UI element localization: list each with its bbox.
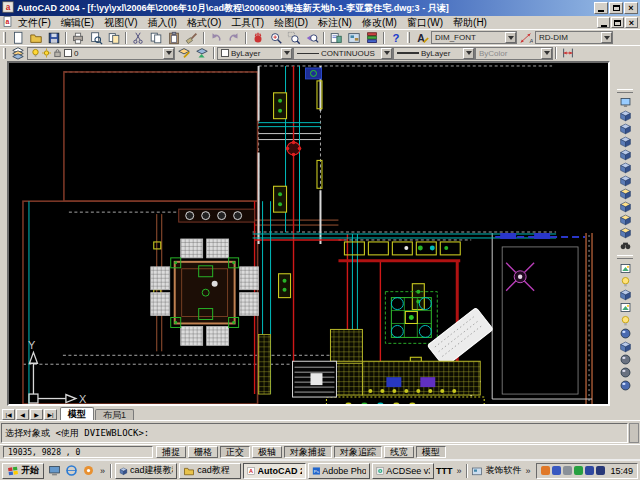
fog-button[interactable] <box>616 366 634 379</box>
bulb-icon[interactable] <box>31 48 40 58</box>
layer-properties-manager-icon[interactable] <box>9 46 27 60</box>
right-view-button[interactable] <box>616 148 634 161</box>
coordinate-readout[interactable]: 19035, 9828 , 0 <box>3 446 153 458</box>
task-button[interactable]: cad教程 <box>179 463 241 479</box>
tray-icon-4[interactable] <box>585 466 594 475</box>
tray-icon-1[interactable] <box>552 466 561 475</box>
media-player-icon[interactable] <box>80 463 96 479</box>
tab-nav-0[interactable]: |◀ <box>2 409 15 420</box>
bottom-view-button[interactable] <box>616 122 634 135</box>
combo-arrow-icon[interactable] <box>381 48 392 59</box>
named-views-button[interactable] <box>616 96 634 109</box>
toolbar-grip[interactable] <box>3 32 6 43</box>
combo-arrow-icon[interactable] <box>601 32 612 43</box>
redo-button[interactable] <box>225 31 243 45</box>
menu-item-5[interactable]: 工具(T) <box>226 16 269 30</box>
lineweight-combo[interactable]: ByLayer <box>393 47 475 60</box>
top-view-button[interactable] <box>616 109 634 122</box>
tab-nav-3[interactable]: ▶| <box>44 409 57 420</box>
tab-nav-1[interactable]: ◀ <box>16 409 29 420</box>
menu-item-0[interactable]: 文件(F) <box>13 16 56 30</box>
doc-close-button[interactable]: × <box>625 17 638 28</box>
tool-palettes-button[interactable] <box>363 31 381 45</box>
combo-arrow-icon[interactable] <box>163 48 174 59</box>
menu-item-10[interactable]: 帮助(H) <box>448 16 492 30</box>
tab-模型[interactable]: 模型 <box>60 407 94 420</box>
mapping-button[interactable] <box>616 340 634 353</box>
task-button[interactable]: cad建模教程... <box>115 463 177 479</box>
toolbar-grip[interactable] <box>407 32 410 43</box>
tab-布局1[interactable]: 布局1 <box>95 409 134 420</box>
image-button[interactable] <box>616 262 634 275</box>
make-object-layer-current-icon[interactable] <box>175 46 193 60</box>
menu-item-2[interactable]: 视图(V) <box>99 16 142 30</box>
deco-toolbar-label[interactable]: 装饰软件 <box>485 464 521 477</box>
lock-icon[interactable] <box>53 48 62 58</box>
color-combo[interactable]: ByLayer <box>217 47 293 60</box>
status-toggle-线宽[interactable]: 线宽 <box>384 446 414 458</box>
front-view-button[interactable] <box>616 161 634 174</box>
text-style-combo[interactable]: DIM_FONT <box>431 31 517 44</box>
status-toggle-极轴[interactable]: 极轴 <box>252 446 282 458</box>
status-toggle-对象捕捉[interactable]: 对象捕捉 <box>284 446 332 458</box>
back-view-button[interactable] <box>616 174 634 187</box>
toolbar-grip[interactable] <box>617 255 633 259</box>
dim-style-combo[interactable]: RD-DIM <box>535 31 613 44</box>
menu-item-8[interactable]: 修改(M) <box>357 16 402 30</box>
linetype-combo[interactable]: CONTINUOUS <box>293 47 393 60</box>
copy-button[interactable] <box>147 31 165 45</box>
print-button[interactable] <box>69 31 87 45</box>
language-indicator[interactable]: TTT <box>436 466 453 476</box>
task-button[interactable]: PsAdobe Photo... <box>308 463 370 479</box>
close-button[interactable]: × <box>624 2 638 14</box>
save-button[interactable] <box>45 31 63 45</box>
ne-isometric-view-button[interactable] <box>616 213 634 226</box>
dim-style-icon[interactable]: A <box>517 31 535 45</box>
paste-button[interactable] <box>165 31 183 45</box>
scenes-button[interactable] <box>616 301 634 314</box>
command-line[interactable]: 选择对象或 <使用 DVIEWBLOCK>: <box>1 423 628 443</box>
command-scrollbar[interactable] <box>629 423 639 443</box>
text-style-icon[interactable]: A <box>413 31 431 45</box>
left-view-button[interactable] <box>616 135 634 148</box>
statistics-button[interactable] <box>616 379 634 392</box>
publish-button[interactable] <box>105 31 123 45</box>
task-button[interactable]: ACDSee v3.1... <box>372 463 434 479</box>
internet-explorer-icon[interactable] <box>63 463 79 479</box>
restore-button[interactable] <box>609 2 623 14</box>
background-button[interactable] <box>616 353 634 366</box>
combo-arrow-icon[interactable] <box>505 32 516 43</box>
doc-minimize-button[interactable] <box>597 17 610 28</box>
zoom-realtime-button[interactable] <box>267 31 285 45</box>
show-desktop-icon[interactable] <box>46 463 62 479</box>
tray-icon-2[interactable] <box>563 466 572 475</box>
linear-dimension-icon[interactable] <box>559 46 577 60</box>
taskbar-clock[interactable]: 15:49 <box>607 466 633 476</box>
materials-button[interactable] <box>616 327 634 340</box>
toolbar-grip[interactable] <box>3 48 6 59</box>
menu-item-6[interactable]: 绘图(D) <box>269 16 313 30</box>
lights-button[interactable] <box>616 314 634 327</box>
sun-icon[interactable] <box>42 48 51 58</box>
render-button[interactable] <box>616 275 634 288</box>
drawing-canvas[interactable]: Y X <box>7 61 610 406</box>
zoom-window-button[interactable] <box>285 31 303 45</box>
language-chevron[interactable]: » <box>454 466 463 476</box>
design-center-button[interactable] <box>345 31 363 45</box>
undo-button[interactable] <box>207 31 225 45</box>
pan-realtime-button[interactable] <box>249 31 267 45</box>
help-button[interactable]: ? <box>387 31 405 45</box>
zoom-previous-button[interactable] <box>303 31 321 45</box>
new-button[interactable] <box>9 31 27 45</box>
camera-button[interactable] <box>616 239 634 252</box>
se-isometric-view-button[interactable] <box>616 200 634 213</box>
title-bar[interactable]: a AutoCAD 2004 - [f:\yy\yxl\2006年\2006年1… <box>0 0 640 16</box>
menu-item-3[interactable]: 插入(I) <box>142 16 181 30</box>
status-toggle-捕捉[interactable]: 捕捉 <box>156 446 186 458</box>
combo-arrow-icon[interactable] <box>281 48 292 59</box>
status-toggle-栅格[interactable]: 栅格 <box>188 446 218 458</box>
status-toggle-正交[interactable]: 正交 <box>220 446 250 458</box>
task-button[interactable]: AAutoCAD 200... <box>243 463 305 479</box>
tray-icon-3[interactable] <box>574 466 583 475</box>
tray-icon-0[interactable] <box>541 466 550 475</box>
